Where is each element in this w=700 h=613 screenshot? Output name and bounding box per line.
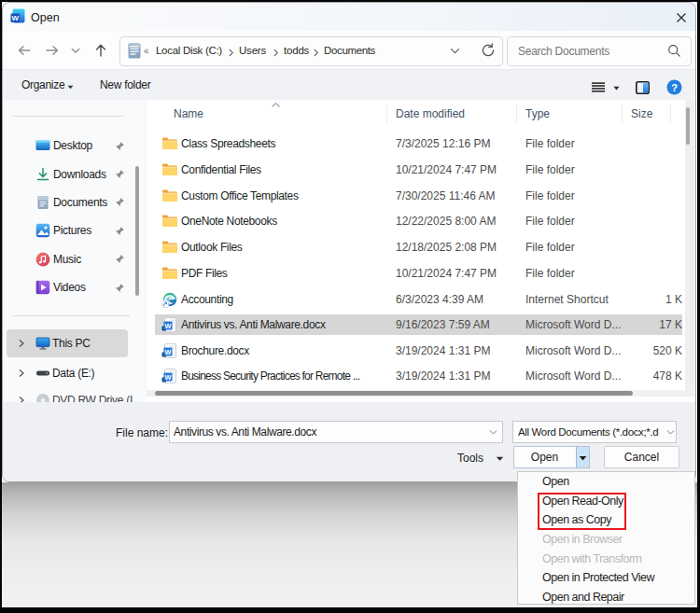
- svg-text:W: W: [11, 14, 19, 22]
- svg-text:W: W: [165, 373, 172, 382]
- svg-text:?: ?: [671, 82, 678, 93]
- svg-text:W: W: [165, 322, 172, 330]
- svg-text:W: W: [165, 348, 172, 356]
